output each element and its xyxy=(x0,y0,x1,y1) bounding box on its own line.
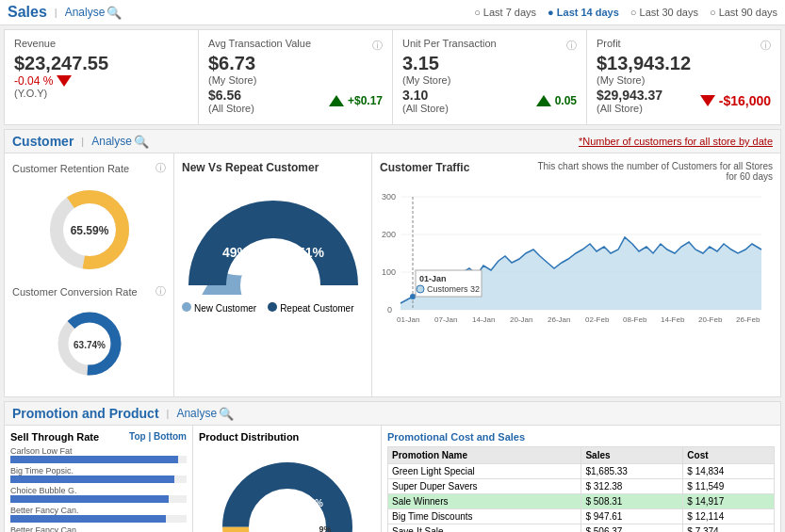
kpi-revenue-value: $23,247.55 xyxy=(14,53,188,74)
donut-dist: 73% 18% 9% xyxy=(199,452,375,532)
retention-title: Customer Retention Rate ⓘ xyxy=(12,161,166,175)
top-bar-left: Sales | Analyse 🔍 xyxy=(8,4,122,21)
bar-row: Choice Bubble G. xyxy=(10,486,187,503)
svg-text:51%: 51% xyxy=(297,245,324,260)
promo-sales: $ 312.38 xyxy=(581,479,683,494)
analyse-button[interactable]: Analyse 🔍 xyxy=(65,6,123,20)
promo-cost-title: Promotional Cost and Sales xyxy=(387,431,775,443)
svg-text:20-Jan: 20-Jan xyxy=(510,315,532,324)
promo-sales: $1,685.33 xyxy=(581,464,683,479)
kpi-profit-title-row: Profit ⓘ xyxy=(597,38,771,53)
kpi-profit-sub-row: $29,943.37 (All Store) -$16,000 xyxy=(597,88,771,114)
promo-table: Promotion Name Sales Cost Green Light Sp… xyxy=(387,446,775,532)
svg-text:14-Feb: 14-Feb xyxy=(661,315,685,324)
info-icon[interactable]: ⓘ xyxy=(372,39,383,53)
promo-name: Save-It Sale xyxy=(388,524,581,533)
kpi-avg-sub-row: $6.56 (All Store) +$0.17 xyxy=(208,88,383,114)
date-option-90[interactable]: ○ Last 90 days xyxy=(710,7,777,18)
promo-title: Promotion and Product xyxy=(12,406,159,421)
customer-content: Customer Retention Rate ⓘ 65.59% Custome… xyxy=(5,153,780,396)
kpi-revenue-sub: (Y.O.Y) xyxy=(14,88,188,99)
kpi-profit-all-store: $29,943.37 xyxy=(597,88,662,103)
kpi-row: Revenue $23,247.55 -0.04 % (Y.O.Y) Avg T… xyxy=(5,30,780,124)
kpi-avg-sub: (My Store) xyxy=(208,74,383,86)
customer-note: *Number of customers for all store by da… xyxy=(579,136,773,147)
promo-col-sales: Sales xyxy=(581,447,683,464)
kpi-profit-delta: -$16,000 xyxy=(719,93,771,108)
promo-cost: $ 12,114 xyxy=(683,509,775,524)
svg-text:08-Feb: 08-Feb xyxy=(623,315,647,324)
bar-row: Carlson Low Fat xyxy=(10,446,187,463)
svg-text:63.74%: 63.74% xyxy=(74,340,106,350)
kpi-unit-title-row: Unit Per Transaction ⓘ xyxy=(402,38,577,53)
sell-through-panel: Sell Through Rate Top | Bottom Carlson L… xyxy=(5,426,193,532)
table-row: Sale Winners $ 508.31 $ 14,917 xyxy=(388,494,775,509)
customer-section: Customer | Analyse 🔍 *Number of customer… xyxy=(4,129,781,397)
bar-label: Big Time Popsic. xyxy=(10,466,86,476)
table-row: Super Duper Savers $ 312.38 $ 11,549 xyxy=(388,479,775,494)
info-icon-retention[interactable]: ⓘ xyxy=(155,161,166,175)
promo-col-name: Promotion Name xyxy=(388,447,581,464)
customer-header: Customer | Analyse 🔍 *Number of customer… xyxy=(5,130,780,153)
svg-text:Customers 32: Customers 32 xyxy=(427,284,480,294)
kpi-profit: Profit ⓘ $13,943.12 (My Store) $29,943.3… xyxy=(587,30,780,124)
sell-through-header: Sell Through Rate Top | Bottom xyxy=(10,431,187,443)
product-dist-panel: Product Distribution 73% 18% 9% xyxy=(193,426,382,532)
kpi-avg-value: $6.73 xyxy=(208,53,383,74)
nvr-legend: New Customer Repeat Customer xyxy=(182,302,364,314)
promo-cost-panel: Promotional Cost and Sales Promotion Nam… xyxy=(382,426,780,532)
kpi-profit-value: $13,943.12 xyxy=(597,53,771,74)
date-option-7[interactable]: ○ Last 7 days xyxy=(474,7,536,18)
bar-label: Better Fancy Can. xyxy=(10,525,86,532)
kpi-unit-delta: 0.05 xyxy=(555,94,577,107)
table-row: Green Light Special $1,685.33 $ 14,834 xyxy=(388,464,775,479)
promo-name: Big Time Discounts xyxy=(388,509,581,524)
date-option-14[interactable]: ● Last 14 days xyxy=(548,7,619,18)
traffic-title: Customer Traffic xyxy=(380,161,469,174)
promo-cost: $ 11,549 xyxy=(683,479,775,494)
promo-section-wrapper: Promotion and Product | Analyse 🔍 Sell T… xyxy=(4,401,781,532)
date-options: ○ Last 7 days ● Last 14 days ○ Last 30 d… xyxy=(474,7,777,18)
promo-analyse-button[interactable]: Analyse 🔍 xyxy=(176,407,234,421)
bar-label: Carlson Low Fat xyxy=(10,446,86,456)
top-bar: Sales | Analyse 🔍 ○ Last 7 days ● Last 1… xyxy=(0,0,785,25)
bar-row: Better Fancy Can. xyxy=(10,525,187,532)
kpi-avg-transaction: Avg Transaction Value ⓘ $6.73 (My Store)… xyxy=(199,30,393,124)
svg-text:07-Jan: 07-Jan xyxy=(434,315,457,324)
promo-sales: $ 508.31 xyxy=(581,494,683,509)
svg-text:01-Jan: 01-Jan xyxy=(419,274,447,283)
promo-name: Sale Winners xyxy=(388,494,581,509)
svg-text:9%: 9% xyxy=(319,524,331,532)
svg-point-19 xyxy=(410,294,416,299)
date-option-30[interactable]: ○ Last 30 days xyxy=(630,7,698,18)
svg-text:49%: 49% xyxy=(221,245,249,260)
info-icon-profit[interactable]: ⓘ xyxy=(760,39,771,53)
traffic-panel: Customer Traffic This chart shows the nu… xyxy=(372,153,780,396)
svg-text:100: 100 xyxy=(382,267,396,277)
kpi-revenue: Revenue $23,247.55 -0.04 % (Y.O.Y) xyxy=(5,30,199,124)
info-icon-conversion[interactable]: ⓘ xyxy=(155,284,166,298)
bar-fill xyxy=(10,495,169,503)
traffic-note: This chart shows the number of Customers… xyxy=(528,161,773,182)
up-arrow-icon xyxy=(329,95,344,106)
page-title: Sales xyxy=(8,4,47,21)
sales-section: Revenue $23,247.55 -0.04 % (Y.O.Y) Avg T… xyxy=(4,29,781,125)
kpi-unit-sub-row: 3.10 (All Store) 0.05 xyxy=(402,88,577,114)
customer-title: Customer xyxy=(12,134,74,149)
svg-text:20-Feb: 20-Feb xyxy=(698,315,723,324)
bar-label: Choice Bubble G. xyxy=(10,486,86,495)
bar-label: Better Fancy Can. xyxy=(10,506,86,515)
svg-text:65.59%: 65.59% xyxy=(70,224,108,237)
promo-header: Promotion and Product | Analyse 🔍 xyxy=(5,402,780,426)
repeat-customer-dot xyxy=(268,302,277,312)
bar-track xyxy=(10,495,187,503)
kpi-revenue-label: Revenue xyxy=(14,38,188,49)
customer-analyse-button[interactable]: Analyse 🔍 xyxy=(91,135,149,149)
promotion-section: Promotion and Product | Analyse 🔍 Sell T… xyxy=(4,401,781,532)
new-customer-dot xyxy=(182,302,191,312)
info-icon-unit[interactable]: ⓘ xyxy=(566,39,577,53)
svg-text:14-Jan: 14-Jan xyxy=(472,315,495,324)
kpi-avg-title-row: Avg Transaction Value ⓘ xyxy=(208,38,383,53)
svg-text:300: 300 xyxy=(382,192,396,202)
promo-sales: $ 947.61 xyxy=(581,509,683,524)
